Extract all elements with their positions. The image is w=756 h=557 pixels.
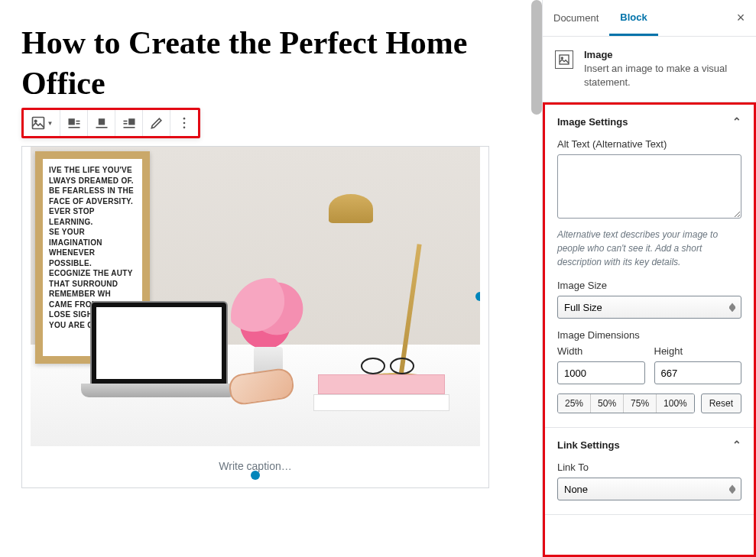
- block-description: Image Insert an image to make a visual s…: [543, 37, 756, 102]
- image-settings-panel: Image Settings ⌃ Alt Text (Alternative T…: [545, 105, 754, 428]
- image-block-icon: [555, 50, 573, 69]
- tab-block[interactable]: Block: [609, 0, 657, 36]
- image-preview[interactable]: IVE THE LIFE YOU'VE LWAYS DREAMED OF. BE…: [31, 147, 480, 446]
- chevron-up-icon: ⌃: [732, 439, 741, 451]
- reset-dimensions-button[interactable]: Reset: [701, 393, 741, 413]
- link-settings-toggle[interactable]: Link Settings ⌃: [545, 428, 754, 461]
- more-options-button[interactable]: [170, 110, 198, 136]
- height-label: Height: [654, 345, 742, 357]
- image-settings-title: Image Settings: [557, 116, 628, 128]
- svg-rect-15: [560, 55, 569, 64]
- close-sidebar-button[interactable]: ×: [725, 10, 756, 26]
- image-dimensions-label: Image Dimensions: [557, 329, 741, 341]
- block-name: Image: [584, 49, 744, 60]
- preset-100-button[interactable]: 100%: [657, 394, 694, 413]
- image-size-select[interactable]: Full Size: [557, 296, 741, 319]
- width-label: Width: [557, 345, 645, 357]
- lamp-head-illustration: [329, 194, 373, 223]
- laptop-illustration: [90, 301, 228, 385]
- block-type-button[interactable]: ▼: [24, 110, 60, 136]
- align-center-button[interactable]: [88, 110, 115, 136]
- image-settings-toggle[interactable]: Image Settings ⌃: [545, 105, 754, 138]
- svg-point-16: [561, 57, 563, 59]
- alt-text-input[interactable]: [557, 154, 741, 219]
- settings-sidebar: Document Block × Image Insert an image t…: [542, 0, 756, 557]
- sidebar-tabs: Document Block ×: [543, 0, 756, 37]
- edit-image-button[interactable]: [143, 110, 170, 136]
- alt-text-help: Alternative text describes your image to…: [557, 228, 741, 269]
- svg-rect-7: [96, 127, 107, 128]
- image-caption-input[interactable]: Write caption…: [22, 446, 488, 487]
- svg-rect-11: [123, 123, 127, 125]
- svg-rect-8: [128, 118, 135, 125]
- preset-25-button[interactable]: 25%: [558, 394, 591, 413]
- svg-rect-2: [68, 118, 74, 125]
- resize-handle-right[interactable]: [475, 292, 480, 301]
- size-preset-group: 25% 50% 75% 100%: [557, 393, 695, 413]
- svg-rect-10: [123, 121, 127, 122]
- editor-canvas[interactable]: How to Create the Perfect Home Office ▼ …: [0, 0, 542, 557]
- width-input[interactable]: [557, 361, 645, 384]
- svg-point-12: [183, 118, 186, 120]
- post-title[interactable]: How to Create the Perfect Home Office: [21, 23, 533, 103]
- height-input[interactable]: [654, 361, 742, 384]
- chevron-up-icon: ⌃: [732, 115, 741, 128]
- svg-point-14: [183, 127, 186, 129]
- align-right-button[interactable]: [115, 110, 143, 136]
- svg-rect-3: [68, 127, 79, 128]
- svg-rect-6: [98, 118, 104, 125]
- preset-50-button[interactable]: 50%: [591, 394, 624, 413]
- svg-rect-0: [32, 118, 44, 129]
- highlighted-settings-region: Image Settings ⌃ Alt Text (Alternative T…: [543, 102, 756, 557]
- align-left-button[interactable]: [60, 110, 88, 136]
- link-to-select[interactable]: None: [557, 478, 741, 500]
- image-size-label: Image Size: [557, 280, 741, 291]
- resize-handle-bottom[interactable]: [251, 471, 260, 480]
- preset-75-button[interactable]: 75%: [624, 394, 657, 413]
- books-illustration: [313, 373, 449, 411]
- link-settings-title: Link Settings: [557, 439, 620, 451]
- link-settings-panel: Link Settings ⌃ Link To None: [545, 428, 754, 515]
- link-to-label: Link To: [557, 461, 741, 473]
- image-block[interactable]: IVE THE LIFE YOU'VE LWAYS DREAMED OF. BE…: [21, 146, 489, 488]
- svg-rect-4: [76, 121, 79, 122]
- svg-rect-9: [123, 127, 135, 128]
- glasses-illustration: [361, 358, 414, 373]
- tab-document[interactable]: Document: [543, 0, 609, 36]
- block-toolbar: ▼: [21, 108, 200, 138]
- svg-point-1: [34, 120, 37, 122]
- flowers-illustration: [231, 278, 307, 355]
- svg-rect-5: [76, 123, 79, 125]
- alt-text-label: Alt Text (Alternative Text): [557, 138, 741, 150]
- svg-point-13: [183, 122, 186, 125]
- editor-scrollbar[interactable]: [531, 0, 542, 115]
- block-hint: Insert an image to make a visual stateme…: [584, 62, 744, 89]
